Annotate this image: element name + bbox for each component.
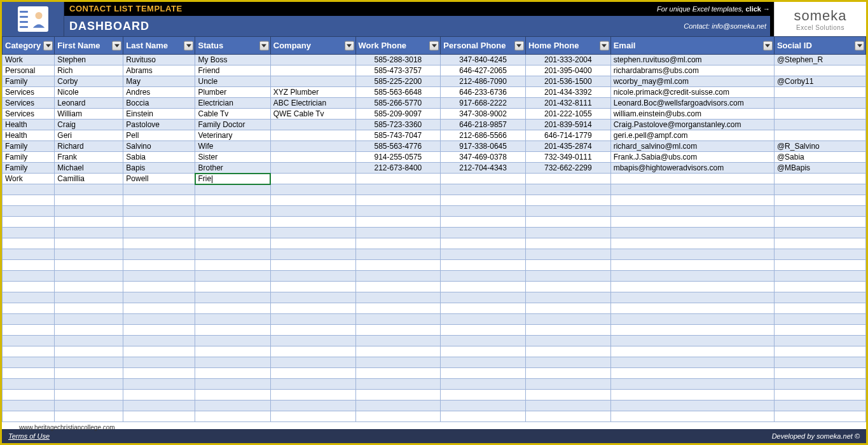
cell-category[interactable]: Work (3, 55, 55, 65)
cell-empty[interactable] (355, 411, 441, 422)
cell-category[interactable]: Family (3, 141, 55, 152)
cell-email[interactable]: william.einstein@ubs.com (610, 109, 774, 120)
cell-empty[interactable] (3, 206, 55, 217)
cell-empty[interactable] (55, 314, 123, 325)
cell-empty[interactable] (610, 400, 774, 411)
cell-empty[interactable] (525, 357, 610, 368)
column-header-company[interactable]: Company (270, 37, 355, 55)
cell-empty[interactable] (270, 400, 355, 411)
cell-email[interactable]: stephen.ruvituso@ml.com (610, 55, 774, 65)
cell-empty[interactable] (3, 314, 55, 325)
cell-work[interactable]: 585-723-3360 (355, 120, 441, 130)
cell-empty[interactable] (441, 217, 526, 228)
cell-empty[interactable] (270, 411, 355, 422)
cell-empty[interactable] (3, 260, 55, 271)
cell-empty[interactable] (270, 336, 355, 346)
cell-category[interactable]: Health (3, 120, 55, 130)
cell-empty[interactable] (3, 346, 55, 357)
cell-empty[interactable] (270, 206, 355, 217)
cell-social[interactable] (774, 98, 865, 109)
cell-empty[interactable] (774, 325, 865, 336)
cell-empty[interactable] (3, 292, 55, 303)
table-row-empty[interactable] (3, 292, 866, 303)
cell-empty[interactable] (610, 390, 774, 400)
cell-empty[interactable] (355, 195, 441, 206)
cell-empty[interactable] (774, 184, 865, 195)
cell-empty[interactable] (55, 184, 123, 195)
cell-empty[interactable] (123, 228, 195, 238)
cell-empty[interactable] (525, 238, 610, 249)
cell-home[interactable]: 201-432-8111 (525, 98, 610, 109)
cell-empty[interactable] (3, 368, 55, 379)
cell-empty[interactable] (195, 249, 270, 260)
cell-empty[interactable] (610, 368, 774, 379)
cell-work[interactable]: 585-209-9097 (355, 109, 441, 120)
cell-personal[interactable]: 347-308-9002 (441, 109, 526, 120)
cell-empty[interactable] (610, 195, 774, 206)
cell-empty[interactable] (525, 228, 610, 238)
cell-first[interactable]: William (55, 109, 123, 120)
cell-empty[interactable] (441, 357, 526, 368)
cell-empty[interactable] (610, 228, 774, 238)
cell-empty[interactable] (123, 206, 195, 217)
filter-dropdown-icon[interactable] (259, 41, 269, 50)
table-row-empty[interactable] (3, 228, 866, 238)
cell-empty[interactable] (123, 346, 195, 357)
cell-empty[interactable] (123, 379, 195, 390)
cell-home[interactable]: 201-536-1500 (525, 76, 610, 87)
cell-status[interactable]: Friend (195, 65, 270, 76)
cell-last[interactable]: Salvino (123, 141, 195, 152)
cell-home[interactable] (525, 174, 610, 184)
cell-empty[interactable] (55, 260, 123, 271)
cell-empty[interactable] (610, 260, 774, 271)
cell-personal[interactable]: 646-427-2065 (441, 65, 526, 76)
cell-empty[interactable] (441, 184, 526, 195)
cell-last[interactable]: Ruvituso (123, 55, 195, 65)
cell-empty[interactable] (355, 400, 441, 411)
cell-work[interactable]: 585-266-5770 (355, 98, 441, 109)
cell-empty[interactable] (195, 260, 270, 271)
cell-empty[interactable] (55, 282, 123, 292)
cell-first[interactable]: Corby (55, 76, 123, 87)
brand-logo[interactable]: someka Excel Solutions (774, 2, 866, 36)
cell-empty[interactable] (3, 249, 55, 260)
cell-first[interactable]: Richard (55, 141, 123, 152)
cell-empty[interactable] (610, 357, 774, 368)
cell-email[interactable]: richardabrams@ubs.com (610, 65, 774, 76)
cell-email[interactable]: Craig.Pastolove@morganstanley.com (610, 120, 774, 130)
cell-empty[interactable] (123, 282, 195, 292)
cell-empty[interactable] (270, 314, 355, 325)
table-row-empty[interactable] (3, 260, 866, 271)
cell-empty[interactable] (270, 271, 355, 282)
table-row-empty[interactable] (3, 249, 866, 260)
cell-empty[interactable] (123, 400, 195, 411)
cell-last[interactable]: Powell (123, 174, 195, 184)
table-row-empty[interactable] (3, 400, 866, 411)
table-row-empty[interactable] (3, 336, 866, 346)
column-header-social-id[interactable]: Social ID (774, 37, 865, 55)
cell-empty[interactable] (525, 411, 610, 422)
table-row-empty[interactable] (3, 238, 866, 249)
cell-empty[interactable] (610, 325, 774, 336)
cell-empty[interactable] (195, 292, 270, 303)
cell-empty[interactable] (774, 314, 865, 325)
cell-empty[interactable] (270, 217, 355, 228)
cell-empty[interactable] (3, 238, 55, 249)
cell-email[interactable]: nicole.primack@credit-suisse.com (610, 87, 774, 98)
cell-email[interactable]: Leonard.Boc@wellsfargoadvisors.com (610, 98, 774, 109)
cell-empty[interactable] (195, 238, 270, 249)
cell-empty[interactable] (355, 325, 441, 336)
cell-empty[interactable] (525, 217, 610, 228)
cell-category[interactable]: Services (3, 109, 55, 120)
cell-last[interactable]: Abrams (123, 65, 195, 76)
cell-last[interactable]: Sabia (123, 152, 195, 163)
cell-last[interactable]: Andres (123, 87, 195, 98)
cell-empty[interactable] (441, 336, 526, 346)
cell-empty[interactable] (270, 282, 355, 292)
cell-empty[interactable] (610, 336, 774, 346)
cell-company[interactable]: XYZ Plumber (270, 87, 355, 98)
cell-status[interactable]: Wife (195, 141, 270, 152)
cell-home[interactable]: 646-714-1779 (525, 130, 610, 141)
cell-empty[interactable] (525, 400, 610, 411)
cell-social[interactable]: @R_Salvino (774, 141, 865, 152)
